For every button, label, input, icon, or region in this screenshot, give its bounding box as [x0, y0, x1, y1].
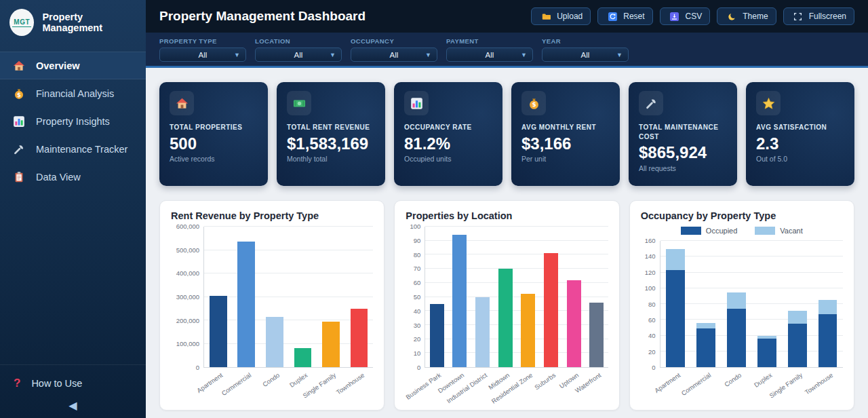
kpi-total-properties: TOTAL PROPERTIES 500 Active records: [159, 82, 268, 186]
selected-value: All: [160, 51, 245, 59]
x-tick-label: Townhouse: [804, 371, 835, 396]
bar-segment-vacant: [696, 323, 715, 328]
year-select[interactable]: All ▼: [542, 48, 629, 62]
y-tick-label: 10: [406, 350, 420, 357]
moon-icon: [725, 10, 738, 23]
bar-segment-vacant: [818, 300, 837, 314]
x-tick-label: Single Family: [768, 371, 804, 400]
x-tick-label: Condo: [723, 371, 743, 388]
x-axis-labels: ApartmentCommercialCondoDuplexSingle Fam…: [203, 368, 373, 406]
upload-button[interactable]: Upload: [531, 7, 591, 25]
bar-segment-occupied: [818, 314, 837, 367]
bar: [266, 317, 283, 367]
reset-button[interactable]: Reset: [597, 7, 652, 25]
bar: [210, 296, 227, 367]
bar-segment-occupied: [727, 309, 746, 367]
reset-icon: [606, 10, 619, 23]
x-tick-label: Commercial: [679, 371, 712, 397]
sidebar-item-financial-analysis[interactable]: $ Financial Analysis: [0, 79, 146, 107]
y-tick-label: 160: [641, 238, 656, 244]
kpi-occupancy-rate: OCCUPANCY RATE 81.2% Occupied units: [394, 82, 502, 186]
sidebar: MGT Property Management Overview $ Finan…: [0, 0, 146, 418]
bar-segment-vacant: [727, 292, 746, 309]
kpi-subtext: All requests: [639, 164, 727, 172]
y-tick-label: 20: [641, 349, 656, 356]
y-tick-label: 400,000: [171, 270, 199, 277]
chart-icon: [404, 91, 429, 115]
kpi-subtext: Active records: [170, 155, 258, 163]
folder-icon: [539, 10, 553, 23]
sidebar-item-data-view[interactable]: Data View: [0, 163, 146, 191]
chevron-down-icon: ▼: [330, 52, 336, 58]
legend-swatch: [681, 227, 701, 235]
filter-year: YEAR All ▼: [542, 37, 629, 66]
filter-occupancy: OCCUPANCY All ▼: [351, 37, 437, 66]
star-icon: [756, 91, 781, 115]
sidebar-item-overview[interactable]: Overview: [0, 52, 146, 79]
filter-label: YEAR: [542, 37, 629, 45]
bar: [589, 303, 604, 367]
how-to-use-button[interactable]: ? How to Use: [0, 370, 146, 396]
kpi-value: $1,583,169: [287, 134, 375, 153]
filter-bar: PROPERTY TYPE All ▼ LOCATION All ▼ OCCUP…: [146, 33, 868, 68]
question-icon: ?: [14, 377, 20, 390]
sidebar-item-maintenance-tracker[interactable]: Maintenance Tracker: [0, 135, 146, 163]
brand: MGT Property Management: [0, 0, 146, 45]
bar-segment-occupied: [696, 328, 715, 367]
x-axis-labels: ApartmentCommercialCondoDuplexSingle Fam…: [660, 368, 843, 406]
chart-icon: [12, 115, 26, 128]
clipboard-icon: [12, 170, 26, 184]
y-tick-label: 140: [641, 253, 656, 260]
y-tick-label: 50: [406, 294, 420, 301]
fullscreen-button[interactable]: Fullscreen: [783, 7, 854, 25]
content: TOTAL PROPERTIES 500 Active records TOTA…: [146, 68, 868, 418]
toolbar: Upload Reset CSV Theme Fullscreen: [531, 7, 854, 25]
x-tick-label: Residential Zone: [490, 371, 534, 405]
svg-text:$: $: [532, 101, 536, 108]
legend-item[interactable]: Vacant: [755, 225, 802, 235]
filter-label: LOCATION: [255, 37, 342, 45]
chart-body: 0102030405060708090100 Business ParkDown…: [406, 227, 608, 406]
sidebar-item-label: Overview: [36, 60, 80, 71]
kpi-value: 500: [170, 134, 258, 153]
kpi-label: AVG SATISFACTION: [756, 123, 844, 132]
sidebar-item-label: Data View: [36, 172, 81, 183]
y-axis: 020406080100120140160: [641, 241, 660, 368]
csv-button[interactable]: CSV: [660, 7, 711, 25]
selected-value: All: [542, 51, 628, 59]
location-select[interactable]: All ▼: [255, 48, 342, 62]
payment-select[interactable]: All ▼: [446, 48, 533, 62]
bar-segment-occupied: [788, 324, 807, 367]
kpi-label: OCCUPANCY RATE: [404, 123, 492, 132]
kpi-label: TOTAL MAINTENANCE COST: [639, 123, 727, 141]
wrench-icon: [12, 142, 26, 156]
bar-segment-occupied: [757, 339, 776, 367]
csv-icon: [668, 10, 682, 23]
y-tick-label: 100: [641, 285, 656, 292]
brand-title: Property Management: [42, 12, 136, 33]
y-tick-label: 0: [171, 364, 199, 371]
collapse-sidebar-button[interactable]: ◀: [68, 400, 77, 411]
bar: [521, 294, 535, 367]
selected-value: All: [351, 51, 437, 59]
sidebar-item-property-insights[interactable]: Property Insights: [0, 107, 146, 135]
x-tick-label: Business Park: [404, 371, 442, 401]
kpi-subtext: Per unit: [521, 155, 610, 163]
bar-segment-vacant: [666, 249, 685, 270]
legend-item[interactable]: Occupied: [681, 225, 737, 235]
x-axis-labels: Business ParkDowntownIndustrial District…: [425, 368, 608, 406]
theme-button[interactable]: Theme: [717, 7, 776, 25]
legend-swatch: [755, 227, 775, 235]
y-tick-label: 200,000: [171, 318, 199, 324]
chart-properties-by-location: Properties by Location 01020304050607080…: [394, 200, 619, 411]
x-tick-label: Duplex: [753, 371, 774, 389]
legend-label: Vacant: [780, 227, 802, 235]
y-tick-label: 0: [641, 364, 656, 371]
button-label: Theme: [743, 12, 768, 21]
y-tick-label: 80: [406, 252, 420, 259]
property-type-select[interactable]: All ▼: [159, 48, 246, 62]
y-axis: 0100,000200,000300,000400,000500,000600,…: [171, 227, 203, 368]
filter-payment: PAYMENT All ▼: [446, 37, 533, 66]
occupancy-select[interactable]: All ▼: [351, 48, 437, 62]
house-icon: [170, 91, 194, 115]
